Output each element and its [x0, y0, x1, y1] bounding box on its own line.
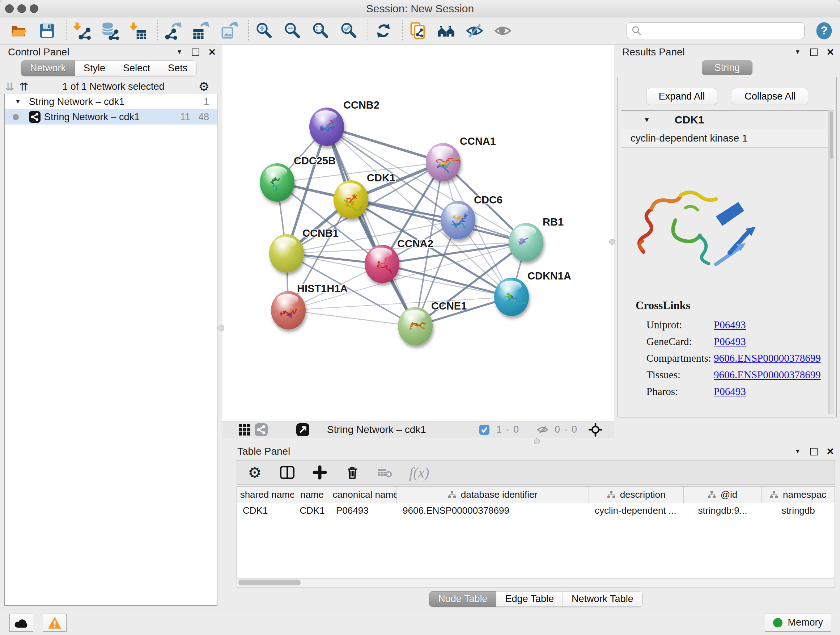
delete-column-trash-icon[interactable]: [344, 464, 361, 481]
apply-layout-icon[interactable]: [373, 21, 393, 41]
panel-close-icon[interactable]: ✕: [826, 47, 834, 58]
add-column-icon[interactable]: [311, 464, 328, 481]
network-node-CDC25B[interactable]: [260, 163, 294, 202]
column-header-description[interactable]: description: [589, 486, 684, 503]
hidden-eye-icon[interactable]: [534, 421, 551, 438]
collection-expander-icon[interactable]: ▼: [15, 98, 21, 105]
import-table-file-icon[interactable]: [128, 21, 148, 41]
network-node-CCNB1[interactable]: [269, 234, 304, 272]
left-splitter-handle[interactable]: [218, 325, 224, 331]
bottom-splitter-handle[interactable]: [534, 439, 540, 444]
panel-float-icon[interactable]: [810, 448, 818, 455]
detach-view-icon[interactable]: [294, 421, 311, 438]
clone-network-icon[interactable]: [408, 21, 428, 41]
panel-close-icon[interactable]: ✕: [826, 446, 834, 457]
memory-button[interactable]: Memory: [765, 614, 831, 632]
export-table-icon[interactable]: [191, 21, 211, 41]
panel-menu-icon[interactable]: ▼: [176, 49, 182, 56]
table-settings-gear-icon[interactable]: ⚙: [246, 464, 263, 481]
import-network-database-icon[interactable]: [100, 21, 120, 41]
crosslink-link[interactable]: P06493: [714, 386, 746, 397]
panel-float-icon[interactable]: [192, 49, 199, 56]
tab-string[interactable]: String: [702, 60, 753, 75]
network-edge[interactable]: [288, 310, 415, 326]
protein-entry-header[interactable]: ▼ CDK1: [621, 111, 828, 129]
expand-all-networks-icon[interactable]: ⇈: [19, 80, 28, 93]
export-image-icon[interactable]: [219, 21, 240, 41]
panel-close-icon[interactable]: ✕: [208, 47, 216, 58]
column-header-namespac[interactable]: namespac: [761, 486, 835, 503]
table-cell[interactable]: P06493: [330, 503, 397, 518]
network-node-CDC6[interactable]: [441, 201, 475, 239]
network-node-HIST1H1A[interactable]: [271, 291, 306, 329]
network-node-CCNE1[interactable]: [398, 307, 433, 345]
crosslink-link[interactable]: P06493: [714, 336, 746, 348]
network-node-RB1[interactable]: [508, 223, 543, 261]
tab-sets[interactable]: Sets: [159, 60, 196, 76]
expand-all-button[interactable]: Expand All: [646, 88, 718, 105]
selected-nodes-checkbox[interactable]: [476, 421, 493, 438]
tab-network-table[interactable]: Network Table: [563, 591, 643, 607]
tab-network[interactable]: Network: [21, 60, 75, 76]
zoom-out-icon[interactable]: [282, 21, 302, 41]
tab-select[interactable]: Select: [114, 60, 159, 76]
table-row[interactable]: CDK1CDK1P064939606.ENSP00000378699cyclin…: [237, 503, 835, 518]
table-cell[interactable]: CDK1: [237, 503, 294, 518]
network-options-gear-icon[interactable]: ⚙: [199, 79, 210, 94]
tab-style[interactable]: Style: [75, 60, 114, 76]
cloud-status-button[interactable]: [9, 614, 33, 632]
import-network-file-icon[interactable]: [72, 21, 92, 41]
show-columns-icon[interactable]: [279, 464, 295, 481]
save-session-icon[interactable]: [37, 21, 57, 41]
show-all-eye-icon[interactable]: [493, 21, 513, 41]
tab-node-table[interactable]: Node Table: [429, 591, 496, 607]
network-edge[interactable]: [327, 127, 415, 326]
table-cell[interactable]: CDK1: [294, 503, 330, 518]
zoom-selected-icon[interactable]: [339, 21, 359, 41]
network-edge[interactable]: [327, 127, 443, 162]
zoom-fit-icon[interactable]: [310, 21, 331, 41]
column-header-canonical-name[interactable]: canonical name: [330, 486, 397, 503]
hide-selected-eye-icon[interactable]: [464, 21, 485, 41]
function-builder-icon[interactable]: f(x): [409, 464, 429, 481]
table-horizontal-scrollbar[interactable]: [237, 578, 835, 587]
network-view-mode-icon[interactable]: [253, 421, 270, 438]
entry-expander-icon[interactable]: ▼: [644, 116, 650, 124]
crosslink-link[interactable]: 9606.ENSP00000378699: [714, 352, 821, 364]
table-cell[interactable]: stringdb: [761, 503, 835, 518]
network-collection-row[interactable]: ▼ String Network – cdk1 1: [5, 94, 217, 109]
table-cell[interactable]: cyclin-dependent ...: [589, 503, 684, 518]
panel-menu-icon[interactable]: ▼: [794, 448, 801, 455]
network-node-CDKN1A[interactable]: [494, 278, 529, 316]
crosslink-link[interactable]: 9606.ENSP00000378699: [714, 369, 821, 381]
collapse-all-button[interactable]: Collapse All: [732, 88, 808, 105]
column-header-shared-name[interactable]: shared name: [237, 486, 294, 503]
results-scrollbar[interactable]: [829, 111, 834, 414]
fit-content-crosshair-icon[interactable]: [587, 421, 604, 438]
open-session-icon[interactable]: [9, 21, 29, 41]
delete-table-icon[interactable]: [377, 464, 393, 481]
network-node-CDK1[interactable]: [333, 180, 368, 219]
panel-menu-icon[interactable]: ▼: [794, 49, 801, 56]
network-row[interactable]: String Network – cdk1 11 48: [5, 109, 217, 125]
network-node-CCNB2[interactable]: [309, 108, 344, 146]
column-header-database-identifier[interactable]: database identifier: [397, 486, 589, 503]
tab-edge-table[interactable]: Edge Table: [496, 591, 563, 607]
right-splitter-handle[interactable]: [609, 239, 615, 245]
column-header-name[interactable]: name: [294, 486, 330, 503]
network-node-CCNA1[interactable]: [426, 143, 461, 181]
first-neighbors-icon[interactable]: [436, 21, 456, 41]
help-icon[interactable]: ?: [814, 21, 834, 41]
network-node-CCNA2[interactable]: [365, 245, 399, 283]
grid-view-icon[interactable]: [236, 421, 253, 438]
table-cell[interactable]: 9606.ENSP00000378699: [397, 503, 589, 518]
export-network-icon[interactable]: [163, 21, 183, 41]
network-view-canvas[interactable]: CCNB2CCNA1CDC25BCDK1CDC6RB1CCNB1CCNA2CDK…: [223, 44, 614, 421]
crosslink-link[interactable]: P06493: [714, 319, 746, 331]
warning-status-button[interactable]: [43, 614, 66, 632]
panel-float-icon[interactable]: [810, 49, 818, 56]
zoom-in-icon[interactable]: [254, 21, 274, 41]
collapse-all-networks-icon[interactable]: ⇊: [5, 80, 14, 93]
column-header--id[interactable]: @id: [684, 486, 761, 503]
table-cell[interactable]: stringdb:9...: [684, 503, 761, 518]
